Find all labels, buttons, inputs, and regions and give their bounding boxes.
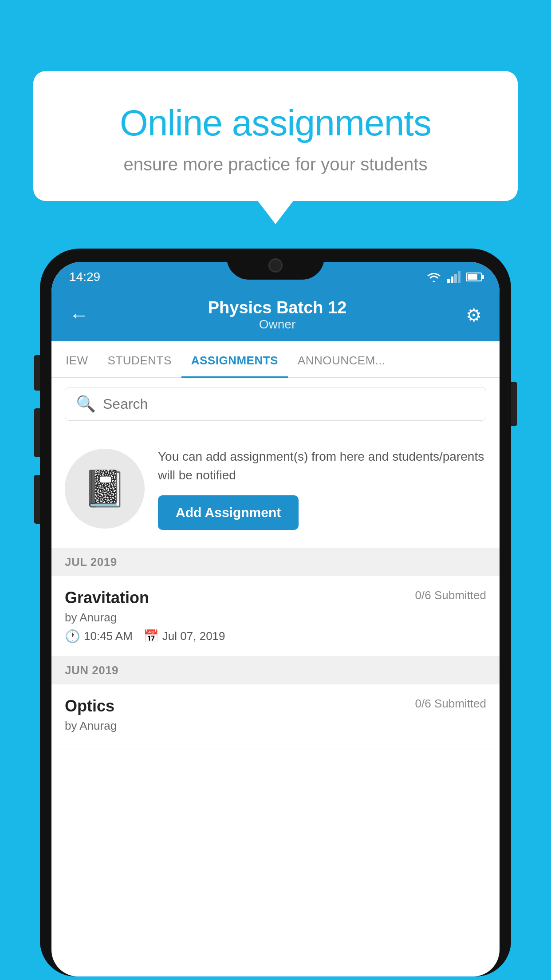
phone-camera — [268, 258, 283, 273]
phone-btn-left3 — [34, 475, 40, 524]
header-title: Physics Batch 12 — [89, 298, 466, 317]
tab-announcements[interactable]: ANNOUNCEM... — [288, 341, 395, 377]
search-icon: 🔍 — [76, 395, 96, 413]
month-header-jul: JUL 2019 — [51, 548, 500, 576]
search-container: 🔍 — [51, 378, 500, 430]
phone-screen: 14:29 — [51, 262, 500, 976]
battery-icon — [466, 273, 482, 281]
assignment-submitted-optics: 0/6 Submitted — [415, 697, 486, 711]
svg-rect-1 — [451, 277, 453, 283]
tab-iew[interactable]: IEW — [56, 341, 98, 377]
speech-bubble: Online assignments ensure more practice … — [33, 71, 518, 201]
info-section: 📓 You can add assignment(s) from here an… — [51, 430, 500, 548]
phone-btn-left1 — [34, 355, 40, 391]
header-title-container: Physics Batch 12 Owner — [89, 298, 466, 332]
assignment-submitted: 0/6 Submitted — [415, 589, 486, 602]
info-description: You can add assignment(s) from here and … — [158, 447, 486, 485]
meta-date: 📅 Jul 07, 2019 — [143, 629, 225, 644]
speech-bubble-subtitle: ensure more practice for your students — [69, 154, 482, 174]
header-subtitle: Owner — [89, 317, 466, 332]
clock-icon: 🕐 — [65, 629, 80, 644]
status-icons — [426, 271, 482, 283]
phone-notch — [227, 249, 324, 280]
tabs-container: IEW STUDENTS ASSIGNMENTS ANNOUNCEM... — [51, 341, 500, 378]
assignment-time: 10:45 AM — [84, 629, 133, 643]
signal-icon — [447, 271, 460, 283]
assignment-title: Gravitation — [65, 589, 149, 607]
assignment-item-optics[interactable]: Optics 0/6 Submitted by Anurag — [51, 684, 500, 750]
wifi-icon — [426, 271, 442, 283]
phone-mockup: 14:29 — [40, 249, 511, 980]
assignment-meta: 🕐 10:45 AM 📅 Jul 07, 2019 — [65, 629, 486, 644]
assignment-title-optics: Optics — [65, 697, 114, 715]
speech-bubble-container: Online assignments ensure more practice … — [33, 71, 518, 201]
assignment-row-top: Gravitation 0/6 Submitted — [65, 589, 486, 607]
phone-btn-right — [511, 382, 517, 426]
phone-btn-left2 — [34, 408, 40, 457]
search-input-wrapper[interactable]: 🔍 — [65, 387, 486, 421]
phone-outer: 14:29 — [40, 249, 511, 976]
settings-icon[interactable]: ⚙ — [466, 305, 482, 325]
assignment-item-gravitation[interactable]: Gravitation 0/6 Submitted by Anurag 🕐 10… — [51, 576, 500, 656]
svg-rect-0 — [447, 279, 450, 283]
tab-assignments[interactable]: ASSIGNMENTS — [181, 341, 288, 377]
tab-students[interactable]: STUDENTS — [98, 341, 181, 377]
status-time: 14:29 — [69, 270, 100, 284]
assignment-author: by Anurag — [65, 611, 486, 624]
month-header-jun: JUN 2019 — [51, 656, 500, 684]
svg-rect-3 — [458, 271, 460, 283]
info-text-section: You can add assignment(s) from here and … — [158, 447, 486, 530]
meta-time: 🕐 10:45 AM — [65, 629, 133, 644]
calendar-icon: 📅 — [143, 629, 159, 644]
assignment-row-top-optics: Optics 0/6 Submitted — [65, 697, 486, 715]
assignment-author-optics: by Anurag — [65, 719, 486, 733]
search-input[interactable] — [103, 396, 475, 412]
add-assignment-button[interactable]: Add Assignment — [158, 495, 299, 530]
assignment-icon-circle: 📓 — [65, 449, 145, 529]
speech-bubble-title: Online assignments — [69, 102, 482, 144]
back-button[interactable]: ← — [69, 304, 89, 326]
assignment-date: Jul 07, 2019 — [162, 629, 225, 643]
svg-rect-2 — [454, 274, 457, 283]
app-header: ← Physics Batch 12 Owner ⚙ — [51, 290, 500, 341]
notebook-icon: 📓 — [83, 468, 127, 510]
